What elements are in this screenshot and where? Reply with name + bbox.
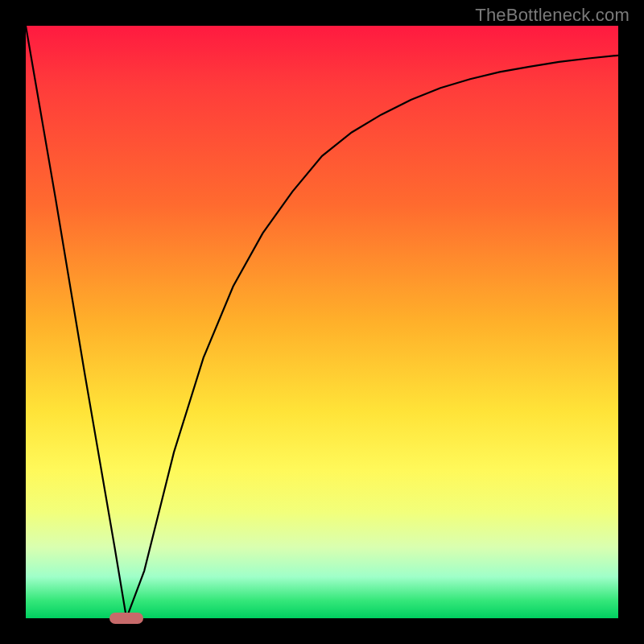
chart-frame: TheBottleneck.com	[0, 0, 644, 644]
watermark-text: TheBottleneck.com	[475, 5, 630, 26]
curve-path	[26, 26, 618, 618]
optimal-marker	[109, 613, 143, 624]
gradient-plot-area	[26, 26, 618, 618]
bottleneck-curve	[26, 26, 618, 618]
